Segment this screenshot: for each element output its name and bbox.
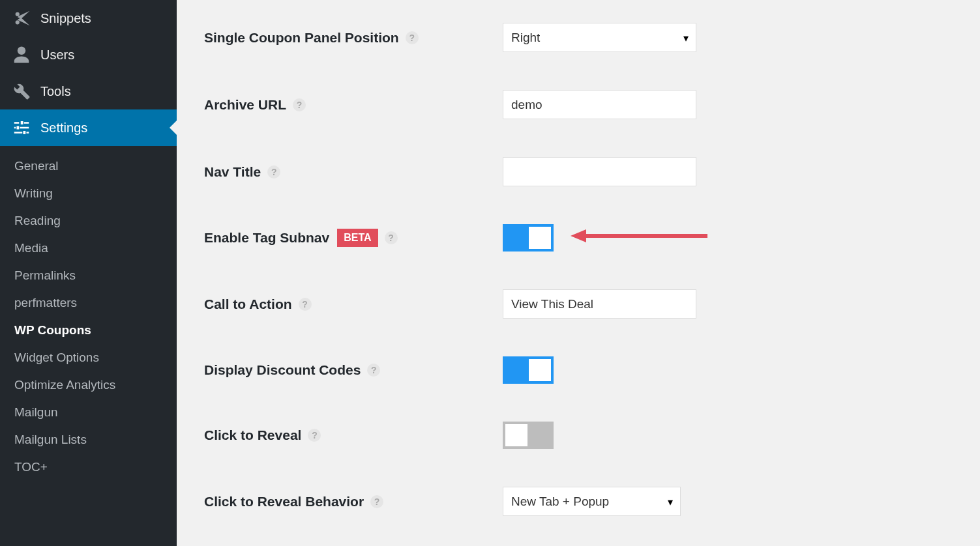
sub-item-mailgun-lists[interactable]: Mailgun Lists [0, 426, 177, 453]
label-text: Display Discount Codes [204, 362, 361, 378]
settings-submenu: General Writing Reading Media Permalinks… [0, 146, 177, 494]
label-call-to-action: Call to Action ? [204, 296, 503, 312]
label-archive-url: Archive URL ? [204, 97, 503, 113]
input-archive-url[interactable] [503, 90, 696, 119]
sub-item-optimize-analytics[interactable]: Optimize Analytics [0, 371, 177, 399]
nav-item-label: Settings [40, 121, 87, 136]
label-text: Call to Action [204, 296, 292, 312]
user-icon [12, 45, 31, 65]
toggle-enable-tag-subnav[interactable] [503, 224, 554, 251]
help-icon[interactable]: ? [367, 364, 380, 377]
nav-snippets[interactable]: Snippets [0, 0, 177, 36]
help-icon[interactable]: ? [299, 298, 312, 311]
label-coupon-panel-position: Single Coupon Panel Position ? [204, 30, 503, 46]
help-icon[interactable]: ? [370, 495, 383, 508]
settings-form: Single Coupon Panel Position ? Right Arc… [177, 0, 980, 546]
label-nav-title: Nav Title ? [204, 164, 503, 180]
nav-item-label: Tools [40, 84, 71, 99]
label-text: Click to Reveal Behavior [204, 494, 364, 510]
sub-item-media[interactable]: Media [0, 235, 177, 262]
nav-users[interactable]: Users [0, 36, 177, 73]
help-icon[interactable]: ? [308, 429, 321, 442]
input-nav-title[interactable] [503, 157, 696, 186]
admin-sidebar: Snippets Users Tools Settings General Wr… [0, 0, 177, 546]
label-enable-tag-subnav: Enable Tag Subnav BETA ? [204, 229, 503, 247]
sub-item-reading[interactable]: Reading [0, 207, 177, 235]
sub-item-general[interactable]: General [0, 152, 177, 180]
sub-item-permalinks[interactable]: Permalinks [0, 262, 177, 289]
label-text: Nav Title [204, 164, 261, 180]
label-text: Archive URL [204, 97, 286, 113]
label-click-to-reveal-behavior: Click to Reveal Behavior ? [204, 494, 503, 510]
help-icon[interactable]: ? [385, 231, 398, 244]
beta-badge: BETA [337, 229, 378, 247]
toggle-click-to-reveal[interactable] [503, 422, 554, 449]
nav-item-label: Snippets [40, 11, 91, 26]
sub-item-perfmatters[interactable]: perfmatters [0, 289, 177, 317]
sub-item-mailgun[interactable]: Mailgun [0, 399, 177, 426]
label-text: Single Coupon Panel Position [204, 30, 399, 46]
sub-item-wp-coupons[interactable]: WP Coupons [0, 317, 177, 344]
label-display-discount-codes: Display Discount Codes ? [204, 362, 503, 378]
nav-item-label: Users [40, 48, 74, 63]
sub-item-widget-options[interactable]: Widget Options [0, 344, 177, 371]
select-click-to-reveal-behavior[interactable]: New Tab + Popup [503, 487, 681, 516]
help-icon[interactable]: ? [406, 31, 419, 44]
nav-settings[interactable]: Settings [0, 109, 177, 146]
sub-item-writing[interactable]: Writing [0, 180, 177, 207]
wrench-icon [12, 81, 31, 101]
sub-item-toc[interactable]: TOC+ [0, 453, 177, 481]
select-coupon-panel-position[interactable]: Right [503, 23, 696, 52]
help-icon[interactable]: ? [267, 165, 280, 179]
toggle-display-discount-codes[interactable] [503, 356, 554, 384]
scissors-icon [12, 8, 31, 28]
nav-tools[interactable]: Tools [0, 73, 177, 109]
input-call-to-action[interactable] [503, 289, 696, 319]
label-text: Click to Reveal [204, 427, 301, 443]
help-icon[interactable]: ? [293, 98, 306, 111]
label-click-to-reveal: Click to Reveal ? [204, 427, 503, 443]
sliders-icon [12, 118, 31, 137]
label-text: Enable Tag Subnav [204, 230, 329, 246]
